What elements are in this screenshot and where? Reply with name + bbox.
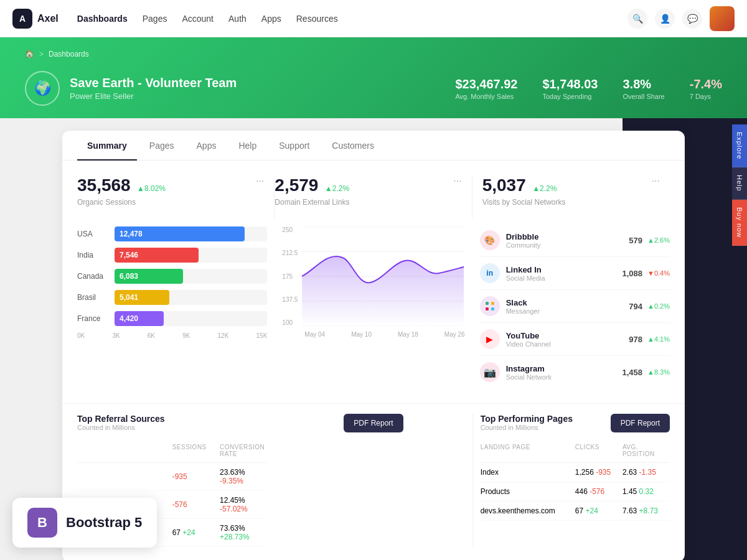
tab-help[interactable]: Help [228,131,266,161]
performing-pdf-button[interactable]: PDF Report [611,414,670,432]
tab-customers[interactable]: Customers [322,131,384,161]
breadcrumb-separator: > [39,50,44,58]
hero-info: Save Earth - Volunteer Team Power Elite … [70,76,237,101]
performing-row-1: Index 1,256 -935 2.63 -1.35 [481,463,670,482]
domain-value: 2,579 [275,175,318,195]
nav-dashboards[interactable]: Dashboards [77,11,128,26]
hero-stats: $23,467.92 Avg. Monthly Sales $1,748.03 … [455,77,722,100]
nav-resources[interactable]: Resources [296,11,338,26]
bar-fill-brasil: 5,041 [115,290,169,305]
domain-more-button[interactable]: ··· [453,175,461,187]
organic-change: ▲8.02% [137,184,166,193]
breadcrumb-home[interactable]: 🏠 [25,50,34,58]
side-tab-buy[interactable]: Buy now [732,200,747,246]
instagram-info: Instagram Social Network [506,364,552,381]
pdf-col: PDF Report [275,414,472,547]
bar-row-india: India 7,546 [77,248,267,263]
monthly-sales-value: $23,467.92 [455,77,517,91]
slack-info: Slack Messanger [506,298,540,315]
referral-sub: Counted in Millions [77,424,165,431]
bar-chart-col: USA 12,478 India 7,546 Canada [77,219,275,388]
social-chart-col: 🎨 Dribbble Community 579 ▲2.6% in Linked… [472,219,670,388]
side-tab-explore[interactable]: Explore [732,124,747,167]
bar-label-canada: Canada [77,272,110,281]
hero-banner: 🏠 > Dashboards 🌍 Save Earth - Volunteer … [0,37,747,118]
line-chart-svg [301,226,464,326]
bar-fill-usa: 12,478 [115,226,245,241]
monthly-sales-label: Avg. Monthly Sales [455,93,517,100]
team-logo: 🌍 [25,71,60,106]
bar-fill-canada: 6,083 [115,269,183,284]
nav-auth[interactable]: Auth [228,11,247,26]
overall-share-value: 3.8% [622,77,664,91]
bar-label-brasil: Brasil [77,293,110,302]
performing-row-3: devs.keenthemes.com 67 +24 7.63 +8.73 [481,502,670,521]
line-chart-wrap: 250212.5175137.5100 [282,226,464,338]
breadcrumb: 🏠 > Dashboards [25,50,722,58]
performing-col: Top Performing Pages Counted in Millions… [472,414,670,547]
main-wrapper: Explore Help Buy now Summary Pages Apps … [0,118,747,560]
charts-area: USA 12,478 India 7,546 Canada [62,219,685,403]
bar-track-brasil: 5,041 [115,290,267,305]
logo-area[interactable]: A Axel [12,9,59,29]
bootstrap-icon: B [27,508,57,538]
side-tab-help[interactable]: Help [732,167,747,200]
organic-value-row: 35,568 ▲8.02% [77,175,264,195]
nav-right: 🔍 👤 💬 [627,6,735,31]
top-navigation: A Axel Dashboards Pages Account Auth App… [0,0,747,37]
stat-monthly-sales: $23,467.92 Avg. Monthly Sales [455,77,517,100]
social-row-youtube: ▶ YouTube Video Channel 978 ▲4.1% [480,323,670,356]
notifications-button[interactable]: 👤 [655,9,675,29]
referral-row-1: -935 23.63% -9.35% [77,463,267,491]
bar-axis: 0K3K6K9K12K15K [77,332,267,339]
svg-rect-8 [491,307,494,310]
organic-more-button[interactable]: ··· [256,175,264,187]
tab-apps[interactable]: Apps [187,131,227,161]
tab-support[interactable]: Support [269,131,319,161]
domain-change: ▲2.2% [325,184,349,193]
referral-title: Top Referral Sources [77,414,165,424]
linkedin-info: Linked In Social Media [506,265,545,282]
side-tabs: Explore Help Buy now [732,124,747,246]
bar-row-france: France 4,420 [77,311,267,326]
tab-pages[interactable]: Pages [139,131,184,161]
7days-value: -7.4% [690,77,722,91]
tab-summary[interactable]: Summary [77,131,137,161]
breadcrumb-dashboards[interactable]: Dashboards [49,50,89,58]
stat-7days: -7.4% 7 Days [690,77,722,100]
bar-track-usa: 12,478 [115,226,267,241]
performing-title: Top Performing Pages [481,414,573,424]
hero-left: 🌍 Save Earth - Volunteer Team Power Elit… [25,71,237,106]
line-chart-col: 250212.5175137.5100 [275,219,472,388]
organic-label: Organic Sessions [77,198,264,207]
performing-header: Top Performing Pages Counted in Millions [481,414,573,436]
organic-value: 35,568 [77,175,131,195]
nav-pages[interactable]: Pages [143,11,167,26]
7days-label: 7 Days [690,93,722,100]
social-value: 5,037 [482,175,526,195]
line-chart-y-labels: 250212.5175137.5100 [282,226,301,326]
pdf-report-button[interactable]: PDF Report [344,414,403,432]
social-row-linkedin: in Linked In Social Media 1,088 ▼0.4% [480,257,670,290]
performing-row-2: Products 446 -576 1.45 0.32 [481,482,670,502]
youtube-info: YouTube Video Channel [506,331,551,348]
line-chart-x-labels: May 04May 10May 18May 26 [304,331,464,338]
bar-label-france: France [77,314,110,323]
social-more-button[interactable]: ··· [652,175,660,187]
social-row-slack: Slack Messanger 794 ▲0.2% [480,290,670,323]
stat-today-spending: $1,748.03 Today Spending [543,77,598,100]
bar-row-brasil: Brasil 5,041 [77,290,267,305]
nav-apps[interactable]: Apps [261,11,281,26]
messages-button[interactable]: 💬 [682,9,702,29]
today-spending-label: Today Spending [543,93,598,100]
bar-row-usa: USA 12,478 [77,226,267,241]
search-button[interactable]: 🔍 [627,9,647,29]
social-row-dribbble: 🎨 Dribbble Community 579 ▲2.6% [480,224,670,257]
social-list: 🎨 Dribbble Community 579 ▲2.6% in Linked… [480,224,670,388]
referral-table-header: SESSIONSCONVERSION RATE [77,439,267,463]
domain-links-block: ··· 2,579 ▲2.2% Domain External Links [275,175,472,219]
user-avatar[interactable] [710,6,735,31]
bar-row-canada: Canada 6,083 [77,269,267,284]
svg-rect-6 [491,302,494,305]
nav-account[interactable]: Account [182,11,214,26]
